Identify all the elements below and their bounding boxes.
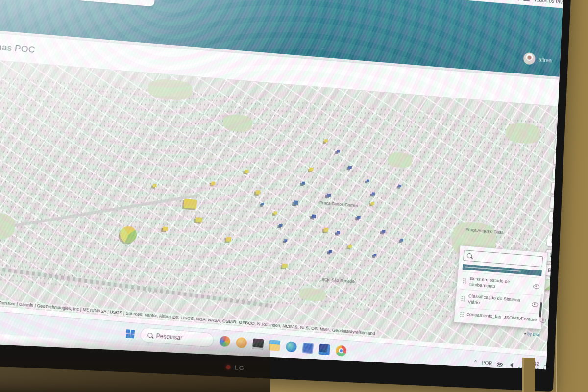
building-extrusion: [326, 194, 331, 197]
layers-search-input[interactable]: [463, 250, 543, 267]
map-layers-button[interactable]: ◈: [554, 138, 565, 151]
park-area: [387, 152, 413, 169]
search-icon: [147, 333, 153, 338]
system-tray: ^ POR 16:42 04/06/2025: [474, 356, 550, 369]
park-area: [147, 78, 193, 101]
visibility-eye-icon[interactable]: [533, 284, 540, 289]
bookmarks-divider: |: [518, 0, 520, 1]
zoom-in-button[interactable]: +: [553, 152, 565, 165]
monitor-stand: [522, 358, 535, 392]
building-extrusion: [398, 185, 401, 187]
breadcrumb[interactable]: ⌂ / Mapa / ArcGIS: [77, 0, 155, 7]
esri-attribution-badge[interactable]: ▾ by Esri: [524, 331, 540, 338]
map-avenue: [0, 194, 200, 245]
layers-panel: Bens em estudo de tombamentoClassificaçã…: [454, 245, 548, 330]
building-extrusion: [302, 181, 305, 185]
esri-badge-label: by Esri: [527, 331, 540, 337]
building-extrusion: [357, 216, 361, 219]
wifi-icon[interactable]: [497, 362, 503, 367]
building-extrusion: [337, 150, 340, 152]
building-extrusion: [336, 231, 340, 235]
webapp-page: Mapa de Campinas ⌂ / Mapa / ArcGIS allre…: [0, 0, 565, 369]
home-extent-button[interactable]: ⌂: [549, 196, 562, 209]
volume-icon[interactable]: [508, 362, 514, 368]
tray-language[interactable]: POR: [481, 360, 492, 366]
notifications-icon[interactable]: [543, 365, 550, 370]
map-place-label: Largo São Benedito: [319, 276, 357, 284]
building-extrusion: [372, 192, 375, 196]
building-extrusion: [312, 214, 316, 218]
map-search-button[interactable]: [556, 123, 565, 136]
building-extrusion: [256, 190, 261, 195]
breadcrumb-item-arcgis[interactable]: ArcGIS: [125, 0, 146, 1]
building-extrusion: [211, 181, 216, 185]
building-extrusion: [367, 179, 369, 182]
building-extrusion: [226, 237, 231, 242]
user-avatar[interactable]: [523, 52, 536, 65]
drag-handle-icon[interactable]: [462, 278, 467, 284]
edge-icon[interactable]: [285, 341, 297, 353]
building-extrusion: [284, 239, 287, 242]
layer-label: zoneamento_las_JSONToFeature: [467, 311, 538, 323]
building-fan-extrusion: [120, 226, 138, 244]
building-extrusion: [273, 211, 277, 215]
locate-button[interactable]: ◎: [548, 211, 561, 224]
building-extrusion: [348, 166, 352, 169]
building-extrusion: [184, 199, 197, 209]
building-extrusion: [328, 250, 332, 253]
building-extrusion: [153, 184, 157, 188]
user-name: allrea: [539, 56, 552, 63]
folder-icon: [523, 0, 530, 1]
layer-label: Bens em estudo de tombamento: [469, 275, 531, 292]
building-extrusion: [282, 264, 288, 268]
layer-label: Classificação do Sistema Viário: [468, 294, 530, 310]
map-place-label: Praça Carlos Gomes: [319, 200, 358, 208]
search-icon: [467, 253, 472, 258]
search-icon: [559, 127, 564, 132]
map-railway: [0, 256, 272, 308]
building-extrusion: [382, 230, 385, 233]
user-menu[interactable]: allrea: [523, 52, 552, 67]
tray-chevron-icon[interactable]: ^: [474, 359, 477, 365]
building-extrusion: [163, 227, 168, 231]
building-extrusion: [245, 170, 249, 173]
park-area: [299, 287, 327, 302]
building-extrusion: [371, 202, 374, 205]
start-button[interactable]: [125, 329, 134, 338]
teams-icon[interactable]: [302, 343, 314, 354]
drag-handle-icon[interactable]: [460, 311, 465, 317]
legend-button[interactable]: ≡: [546, 235, 559, 247]
building-extrusion: [324, 139, 328, 143]
tv-screen: SEI / PMC × SEI - Processo × Biblioteca …: [0, 0, 565, 369]
building-extrusion: [261, 203, 264, 205]
building-extrusion: [348, 245, 352, 248]
outlook-icon[interactable]: [318, 344, 330, 356]
floor-shadow: [0, 338, 270, 392]
building-extrusion: [400, 239, 403, 241]
building-extrusion: [373, 254, 376, 256]
tv-monitor: SEI / PMC × SEI - Processo × Biblioteca …: [0, 0, 573, 392]
compass-button[interactable]: ◆: [551, 182, 564, 195]
page-title: Campinas POC: [0, 39, 36, 55]
building-extrusion: [279, 224, 282, 227]
park-area: [505, 122, 541, 145]
park-area: [0, 211, 16, 240]
drag-handle-icon[interactable]: [461, 296, 466, 302]
building-extrusion: [196, 217, 203, 222]
visibility-eye-icon[interactable]: [532, 302, 539, 307]
park-area: [222, 114, 253, 133]
all-bookmarks-label[interactable]: Todos os favoritos: [534, 0, 565, 6]
chrome-icon[interactable]: [335, 345, 347, 357]
dropdown-icon: ▾: [524, 331, 526, 336]
building-extrusion: [294, 200, 298, 205]
building-extrusion: [309, 168, 314, 172]
building-extrusion: [323, 227, 328, 232]
